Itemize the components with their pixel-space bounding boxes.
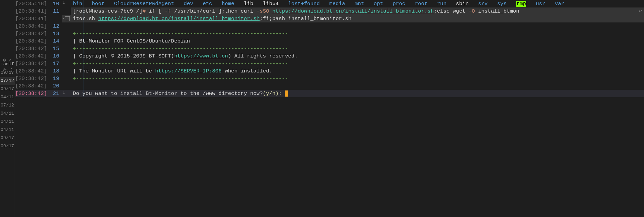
line-number: 21 xyxy=(49,90,62,97)
code-line-active[interactable]: [20:38:42] 21 └ Do you want to install B… xyxy=(15,90,644,97)
code-line: [20:38:42] 12 xyxy=(15,22,644,30)
line-number: 19 xyxy=(49,75,62,82)
line-number: 16 xyxy=(49,52,62,60)
line-number: 17 xyxy=(49,60,62,67)
indent-guide xyxy=(83,0,83,97)
side-panel: ⚙ × ⟳ ⋮ modif 09/17 07/12 09/17 04/11 07… xyxy=(0,0,15,217)
line-number: 18 xyxy=(49,67,62,75)
url-link[interactable]: https://SERVER_IP:806 xyxy=(155,68,222,74)
timestamp: [20:38:42] xyxy=(15,75,49,82)
line-number: 10 xyxy=(49,0,62,7)
code-line: [20:38:42] 13 +-------------------------… xyxy=(15,30,644,37)
line-number: 12 xyxy=(49,22,62,30)
cursor-icon xyxy=(285,90,288,97)
code-line: [20:38:42] 19 +-------------------------… xyxy=(15,75,644,82)
date-item[interactable]: 09/17 xyxy=(0,134,15,142)
date-item[interactable]: 04/11 xyxy=(0,110,15,118)
timestamp: [20:38:42] xyxy=(15,30,49,37)
timestamp: [20:38:42] xyxy=(15,22,49,30)
line-number: 11 xyxy=(49,7,62,15)
tmp-highlight: tmp xyxy=(516,1,526,7)
file-date-list: 09/17 07/12 09/17 04/11 07/12 04/11 04/1… xyxy=(0,69,15,150)
code-line: [20:35:18] 10 └ bin boot CloudrResetPwdA… xyxy=(15,0,644,7)
code-line: [20:38:42] 17 +-------------------------… xyxy=(15,60,644,67)
timestamp: [20:38:42] xyxy=(15,82,49,90)
fold-icon[interactable] xyxy=(65,16,70,21)
date-item[interactable]: 09/17 xyxy=(0,85,15,93)
code-line: [20:38:42] 20 xyxy=(15,82,644,90)
timestamp: [20:38:42] xyxy=(15,45,49,52)
code-line: [20:38:42] 16 | Copyright © 2015-2099 BT… xyxy=(15,52,644,60)
timestamp: [20:38:41] xyxy=(15,7,49,15)
timestamp: [20:38:42] xyxy=(15,90,49,97)
code-line: [20:38:41] 11 [root@hcss-ecs-7be9 /]# if… xyxy=(15,7,644,15)
date-item[interactable]: 09/17 xyxy=(0,142,15,150)
wrap-icon: ↩ xyxy=(639,7,642,15)
code-line: [20:38:42] 18 | The Monitor URL will be … xyxy=(15,67,644,75)
editor[interactable]: [20:35:18] 10 └ bin boot CloudrResetPwdA… xyxy=(15,0,644,97)
code-line: [20:38:42] 14 | Bt-Monitor FOR CentOS/Ub… xyxy=(15,37,644,45)
fold-end-icon: └ xyxy=(62,90,65,97)
timestamp: [20:38:42] xyxy=(15,52,49,60)
url-link[interactable]: https://download.bt.cn/install/install_b… xyxy=(98,16,259,22)
line-number: 15 xyxy=(49,45,62,52)
modified-label: modif xyxy=(0,60,15,69)
line-number: 20 xyxy=(49,82,62,90)
fold-end-icon: └ xyxy=(62,0,65,7)
code-line-wrap: [20:38:41] - itor.sh https://download.bt… xyxy=(15,15,644,22)
date-item[interactable]: 04/11 xyxy=(0,126,15,134)
timestamp: [20:38:42] xyxy=(15,60,49,67)
url-link[interactable]: https://www.bt.cn xyxy=(174,53,228,59)
timestamp: [20:38:41] xyxy=(15,15,49,22)
timestamp: [20:38:42] xyxy=(15,37,49,45)
timestamp: [20:38:42] xyxy=(15,67,49,75)
date-item[interactable]: 04/11 xyxy=(0,93,15,101)
timestamp: [20:35:18] xyxy=(15,0,49,7)
date-item[interactable]: 07/12 xyxy=(0,101,15,110)
code-line: [20:38:42] 15 +-------------------------… xyxy=(15,45,644,52)
date-item[interactable]: 07/12 xyxy=(0,77,15,85)
line-number: 14 xyxy=(49,37,62,45)
line-number: 13 xyxy=(49,30,62,37)
date-item[interactable]: 09/17 xyxy=(0,69,15,77)
date-item[interactable]: 04/11 xyxy=(0,118,15,126)
url-link[interactable]: https://download.bt.cn/install/install_b… xyxy=(272,8,434,14)
